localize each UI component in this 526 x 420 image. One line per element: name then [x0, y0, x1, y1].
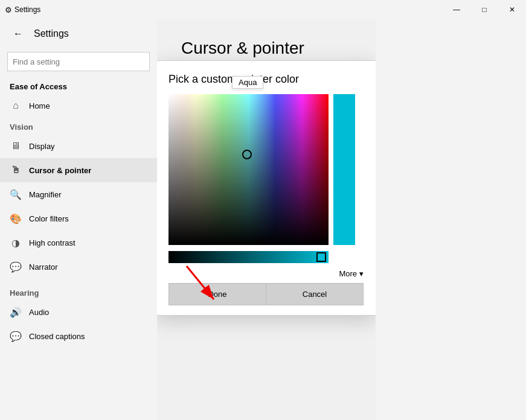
- sidebar-item-cursor-label: Cursor & pointer: [29, 166, 91, 175]
- sidebar-item-home[interactable]: ⌂ Home: [0, 94, 157, 118]
- display-icon: 🖥: [10, 140, 22, 152]
- window-controls: — □ ✕: [443, 0, 526, 19]
- dialog-title: Pick a custom pointer color: [168, 73, 364, 86]
- sidebar-header: ← Settings: [0, 19, 157, 48]
- sidebar-item-magnifier[interactable]: 🔍 Magnifier: [0, 182, 157, 206]
- minimize-button[interactable]: —: [443, 0, 470, 19]
- sidebar-item-high-contrast[interactable]: ◑ High contrast: [0, 231, 157, 255]
- cursor-icon: 🖱: [10, 164, 22, 176]
- ease-of-access-label: Ease of Access: [0, 77, 157, 94]
- color-filters-icon: 🎨: [10, 212, 22, 224]
- arrow-svg: [181, 263, 235, 305]
- sidebar-item-high-contrast-label: High contrast: [29, 238, 75, 247]
- sidebar-item-narrator[interactable]: 💬 Narrator: [0, 255, 157, 279]
- color-picker-dialog: Pick a custom pointer color Aqua: [157, 60, 376, 316]
- search-box[interactable]: [7, 52, 150, 71]
- sidebar-item-audio-label: Audio: [29, 308, 49, 317]
- narrator-icon: 💬: [10, 261, 22, 273]
- sidebar-item-audio[interactable]: 🔊 Audio: [0, 300, 157, 324]
- hue-slider-thumb: [316, 252, 326, 262]
- magnifier-icon: 🔍: [10, 188, 22, 200]
- color-picker-canvas[interactable]: Aqua: [168, 94, 329, 245]
- hue-slider[interactable]: [168, 251, 329, 263]
- sidebar-item-magnifier-label: Magnifier: [29, 190, 61, 199]
- chevron-down-icon: ▾: [359, 269, 364, 278]
- sidebar-item-narrator-label: Narrator: [29, 262, 58, 272]
- more-label: More: [339, 269, 357, 278]
- hue-bar[interactable]: [333, 94, 355, 245]
- more-button[interactable]: More ▾: [339, 269, 364, 278]
- close-button[interactable]: ✕: [498, 0, 526, 19]
- maximize-button[interactable]: □: [470, 0, 498, 19]
- sidebar-item-cursor[interactable]: 🖱 Cursor & pointer: [0, 158, 157, 182]
- svg-line-5: [187, 266, 214, 299]
- sidebar: ← Settings Ease of Access ⌂ Home Vision …: [0, 19, 157, 420]
- main-content: Cursor & pointer sier to see.: [157, 19, 376, 420]
- sidebar-item-color-filters[interactable]: 🎨 Color filters: [0, 206, 157, 231]
- hue-slider-container: [168, 251, 364, 263]
- settings-icon: ⚙: [5, 5, 12, 14]
- aqua-tooltip: Aqua: [232, 76, 263, 89]
- sidebar-item-display[interactable]: 🖥 Display: [0, 134, 157, 158]
- sidebar-item-display-label: Display: [29, 142, 55, 151]
- sidebar-item-home-label: Home: [29, 101, 50, 110]
- high-contrast-icon: ◑: [10, 237, 22, 249]
- black-layer: [168, 94, 329, 245]
- cancel-button[interactable]: Cancel: [266, 283, 364, 305]
- picker-cursor: [242, 150, 252, 159]
- hearing-section-label: Hearing: [0, 284, 157, 300]
- color-picker-row: Aqua: [168, 94, 364, 245]
- closed-captions-icon: 💬: [10, 330, 22, 342]
- back-button[interactable]: ←: [10, 25, 27, 42]
- sidebar-item-color-filters-label: Color filters: [29, 214, 69, 223]
- home-icon: ⌂: [10, 100, 22, 112]
- titlebar: ⚙ Settings — □ ✕: [0, 0, 526, 19]
- red-arrow: [181, 263, 235, 308]
- sidebar-item-closed-captions-label: Closed captions: [29, 332, 85, 341]
- sidebar-app-title: Settings: [34, 28, 69, 39]
- sidebar-item-closed-captions[interactable]: 💬 Closed captions: [0, 324, 157, 348]
- dialog-overlay: Pick a custom pointer color Aqua: [157, 19, 376, 420]
- vision-section-label: Vision: [0, 118, 157, 134]
- audio-icon: 🔊: [10, 306, 22, 318]
- search-input[interactable]: [13, 57, 144, 66]
